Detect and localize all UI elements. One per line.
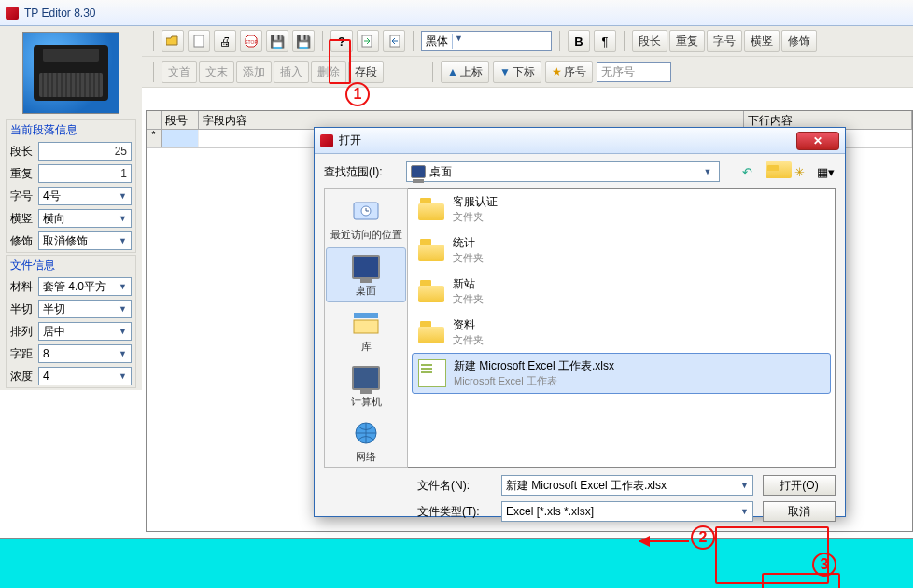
grid-row-marker: * [147,130,162,147]
file-item[interactable]: 新站文件夹 [408,271,835,312]
subscript-button[interactable]: ▼下标 [493,61,541,83]
new-folder-icon[interactable]: ✳ [789,161,809,182]
file-type: Microsoft Excel 工作表 [454,374,614,388]
place-desktop[interactable]: 桌面 [326,247,406,302]
chevron-down-icon: ▼ [114,349,127,358]
place-computer[interactable]: 计算机 [326,359,406,413]
file-select-0[interactable]: 套管 4.0平方▼ [38,277,132,296]
format-button-2[interactable]: 字号 [707,30,742,52]
file-row-2: 排列居中▼ [7,320,135,343]
file-name: 新建 Microsoft Excel 工作表.xlsx [454,358,614,374]
excel-file-icon [418,360,446,386]
new-icon[interactable] [188,30,210,52]
pilcrow-icon[interactable]: ¶ [594,30,616,52]
para-input-1[interactable]: 1 [38,164,132,183]
go-back-icon[interactable]: ↶ [737,161,757,182]
chevron-down-icon: ▼ [114,327,127,336]
file-name: 资料 [453,317,484,333]
font-select-value: 黑体 [426,34,448,49]
file-list[interactable]: 客服认证文件夹统计文件夹新站文件夹资料文件夹新建 Microsoft Excel… [408,188,836,468]
lookin-select[interactable]: 桌面 ▼ [406,161,720,182]
network-icon [349,418,383,448]
chevron-down-icon: ▼ [114,214,127,223]
svg-rect-1 [194,35,204,47]
print-icon[interactable]: 🖨 [214,30,236,52]
para-input-0[interactable]: 25 [38,142,132,161]
format-button-0[interactable]: 段长 [632,30,667,52]
sequence-select[interactable]: 无序号 [597,62,671,82]
stop-icon[interactable]: STOP [240,30,262,52]
folder-icon [417,319,445,345]
file-item[interactable]: 资料文件夹 [408,312,835,353]
para-label-0: 段长 [10,144,35,160]
open-icon[interactable] [162,30,184,52]
seg-button-3[interactable]: 插入 [274,61,309,83]
para-row-0: 段长25 [7,140,135,162]
saveas-icon[interactable]: 💾 [292,30,315,52]
chevron-down-icon: ▼ [700,167,715,176]
format-button-3[interactable]: 横竖 [744,30,780,52]
font-select[interactable]: 黑体 ▼ [421,31,552,51]
file-item[interactable]: 新建 Microsoft Excel 工作表.xlsxMicrosoft Exc… [412,353,831,394]
file-info-title: 文件信息 [7,256,135,275]
open-button[interactable]: 打开(O) [763,475,836,496]
annotation-num-1: 1 [345,82,370,106]
folder-icon [417,237,445,263]
cancel-button[interactable]: 取消 [763,501,836,522]
para-select-2[interactable]: 4号▼ [38,187,132,205]
file-select-1[interactable]: 半切▼ [38,300,132,318]
svg-text:STOP: STOP [245,39,258,45]
dialog-titlebar: 打开 ✕ [315,128,845,154]
place-network[interactable]: 网络 [326,414,406,468]
format-button-1[interactable]: 重复 [669,30,705,52]
view-menu-icon[interactable]: ▦▾ [815,161,836,182]
file-select-3[interactable]: 8▼ [38,344,132,363]
app-title: TP Editor 8.30 [24,7,96,20]
file-item[interactable]: 统计文件夹 [408,230,835,271]
chevron-down-icon: ▼ [740,481,749,490]
para-select-4[interactable]: 取消修饰▼ [38,231,132,250]
import-icon[interactable] [357,30,379,52]
file-type: 文件夹 [453,251,484,265]
superscript-button[interactable]: ▲上标 [441,61,489,83]
svg-marker-0 [166,36,177,45]
filetype-value: Excel [*.xls *.xlsx] [506,505,594,518]
desktop-icon [411,165,426,178]
para-select-3[interactable]: 横向▼ [38,209,132,228]
chevron-down-icon: ▼ [114,304,127,314]
help-icon[interactable]: ? [330,30,353,52]
dialog-close-button[interactable]: ✕ [796,132,839,150]
file-select-2[interactable]: 居中▼ [38,322,132,341]
folder-icon [417,278,445,304]
format-button-4[interactable]: 修饰 [781,30,817,52]
save-icon[interactable]: 💾 [266,30,288,52]
filetype-select[interactable]: Excel [*.xls *.xlsx] ▼ [501,501,753,522]
up-folder-icon[interactable] [763,161,783,182]
place-label: 网络 [326,450,406,464]
file-item[interactable]: 客服认证文件夹 [408,189,835,230]
sequence-button[interactable]: ★序号 [545,61,593,83]
para-row-1: 重复1 [7,162,135,185]
filename-input[interactable]: 新建 Microsoft Excel 工作表.xlsx ▼ [501,475,753,496]
file-type: 文件夹 [453,210,498,224]
seg-button-1[interactable]: 文末 [199,61,234,83]
device-image [22,32,119,114]
file-label-3: 字距 [10,346,35,362]
seg-button-0[interactable]: 文首 [162,61,197,83]
file-select-4[interactable]: 4▼ [38,367,132,385]
bold-icon[interactable]: B [568,30,590,52]
para-label-1: 重复 [10,166,35,182]
file-label-4: 浓度 [10,369,35,385]
file-name: 统计 [453,235,484,251]
seg-button-2[interactable]: 添加 [236,61,272,83]
app-logo [6,7,19,20]
place-library[interactable]: 库 [326,304,406,357]
seg-button-5[interactable]: 存段 [348,61,384,83]
file-type: 文件夹 [453,333,484,347]
left-panel: 当前段落信息 段长25重复1字号4号▼横竖横向▼修饰取消修饰▼ 文件信息 材料套… [0,26,142,390]
seg-button-4[interactable]: 删除 [311,61,346,83]
paragraph-info-group: 当前段落信息 段长25重复1字号4号▼横竖横向▼修饰取消修饰▼ [6,119,136,253]
para-row-4: 修饰取消修饰▼ [7,230,135,252]
place-recent[interactable]: 最近访问的位置 [326,192,406,245]
export-icon[interactable] [383,30,405,52]
